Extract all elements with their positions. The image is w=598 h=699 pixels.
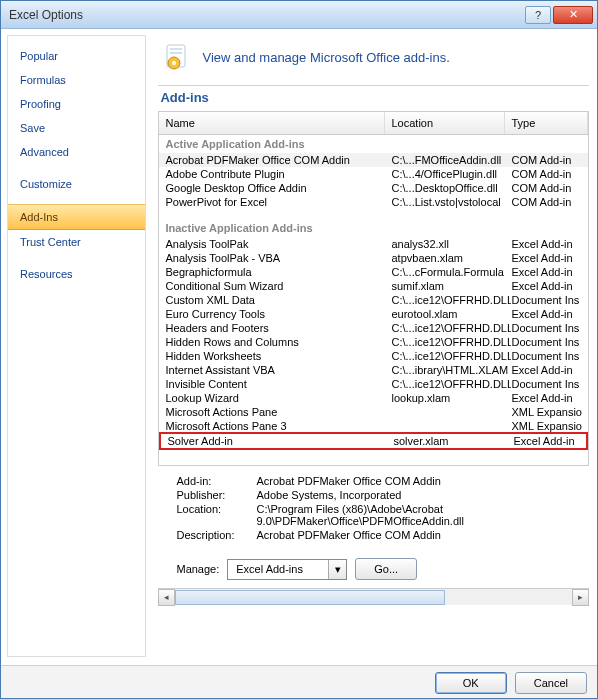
- cell-type: COM Add-in: [511, 154, 582, 166]
- table-row[interactable]: Microsoft Actions Pane 3XML Expansio: [159, 419, 588, 433]
- manage-select[interactable]: Excel Add-ins ▾: [227, 559, 347, 580]
- cell-type: Excel Add-in: [511, 266, 582, 278]
- cell-name: Invisible Content: [165, 378, 391, 390]
- cell-type: Excel Add-in: [511, 238, 582, 250]
- cell-location: C:\...ice12\OFFRHD.DLL: [391, 336, 511, 348]
- cell-type: COM Add-in: [511, 168, 582, 180]
- cell-type: Excel Add-in: [511, 252, 582, 264]
- cell-location: analys32.xll: [391, 238, 511, 250]
- table-row[interactable]: Acrobat PDFMaker Office COM AddinC:\...F…: [159, 153, 588, 167]
- cell-type: Document Ins: [511, 378, 582, 390]
- sidebar-item-formulas[interactable]: Formulas: [8, 68, 145, 92]
- table-header: Name Location Type: [159, 112, 588, 135]
- svg-point-4: [172, 61, 176, 65]
- cell-name: Acrobat PDFMaker Office COM Addin: [165, 154, 391, 166]
- table-row[interactable]: Hidden Rows and ColumnsC:\...ice12\OFFRH…: [159, 335, 588, 349]
- cell-location: C:\...FMOfficeAddin.dll: [391, 154, 511, 166]
- table-row[interactable]: Analysis ToolPak - VBAatpvbaen.xlamExcel…: [159, 251, 588, 265]
- section-title: Add-ins: [158, 85, 589, 111]
- detail-value: C:\Program Files (x86)\Adobe\Acrobat 9.0…: [256, 503, 583, 527]
- cell-location: lookup.xlam: [391, 392, 511, 404]
- detail-row: Add-in:Acrobat PDFMaker Office COM Addin: [176, 474, 583, 488]
- cell-name: Custom XML Data: [165, 294, 391, 306]
- cell-location: C:\...ice12\OFFRHD.DLL: [391, 294, 511, 306]
- cell-type: Document Ins: [511, 336, 582, 348]
- detail-value: Adobe Systems, Incorporated: [256, 489, 583, 501]
- table-row[interactable]: Headers and FootersC:\...ice12\OFFRHD.DL…: [159, 321, 588, 335]
- chevron-down-icon: ▾: [328, 560, 346, 579]
- sidebar: PopularFormulasProofingSaveAdvancedCusto…: [7, 35, 146, 657]
- table-row[interactable]: Invisible ContentC:\...ice12\OFFRHD.DLLD…: [159, 377, 588, 391]
- table-row[interactable]: PowerPivot for ExcelC:\...List.vsto|vsto…: [159, 195, 588, 209]
- sidebar-item-popular[interactable]: Popular: [8, 44, 145, 68]
- cancel-button[interactable]: Cancel: [515, 672, 587, 694]
- table-row[interactable]: Microsoft Actions PaneXML Expansio: [159, 405, 588, 419]
- banner: View and manage Microsoft Office add-ins…: [158, 39, 589, 85]
- detail-value: Acrobat PDFMaker Office COM Addin: [256, 475, 583, 487]
- cell-location: C:\...ice12\OFFRHD.DLL: [391, 350, 511, 362]
- table-row[interactable]: Adobe Contribute PluginC:\...4/OfficePlu…: [159, 167, 588, 181]
- col-header-location[interactable]: Location: [385, 112, 505, 134]
- cell-location: C:\...ibrary\HTML.XLAM: [391, 364, 511, 376]
- cell-name: Hidden Worksheets: [165, 350, 391, 362]
- cell-name: Conditional Sum Wizard: [165, 280, 391, 292]
- cell-location: eurotool.xlam: [391, 308, 511, 320]
- horizontal-scrollbar[interactable]: ◂ ▸: [158, 588, 589, 605]
- cell-type: Document Ins: [511, 294, 582, 306]
- scroll-thumb[interactable]: [175, 590, 445, 605]
- close-button[interactable]: ✕: [553, 6, 593, 24]
- addins-icon: [164, 43, 192, 71]
- sidebar-item-save[interactable]: Save: [8, 116, 145, 140]
- detail-row: Publisher:Adobe Systems, Incorporated: [176, 488, 583, 502]
- table-row[interactable]: Custom XML DataC:\...ice12\OFFRHD.DLLDoc…: [159, 293, 588, 307]
- cell-location: solver.xlam: [393, 435, 513, 447]
- cell-location: [391, 406, 511, 418]
- sidebar-item-proofing[interactable]: Proofing: [8, 92, 145, 116]
- cell-name: Analysis ToolPak - VBA: [165, 252, 391, 264]
- cell-location: [391, 420, 511, 432]
- table-row[interactable]: Google Desktop Office AddinC:\...Desktop…: [159, 181, 588, 195]
- manage-label: Manage:: [176, 563, 219, 575]
- sidebar-item-add-ins[interactable]: Add-Ins: [8, 204, 145, 230]
- table-body[interactable]: Active Application Add-insAcrobat PDFMak…: [159, 135, 588, 465]
- go-button[interactable]: Go...: [355, 558, 417, 580]
- cell-type: Document Ins: [511, 322, 582, 334]
- detail-row: Description:Acrobat PDFMaker Office COM …: [176, 528, 583, 542]
- cell-name: Begraphicformula: [165, 266, 391, 278]
- table-row[interactable]: Solver Add-insolver.xlamExcel Add-in: [159, 432, 588, 450]
- scroll-right-icon[interactable]: ▸: [572, 589, 589, 606]
- svg-rect-2: [170, 52, 182, 54]
- cell-type: Excel Add-in: [511, 308, 582, 320]
- addin-details: Add-in:Acrobat PDFMaker Office COM Addin…: [158, 466, 589, 542]
- cell-name: PowerPivot for Excel: [165, 196, 391, 208]
- ok-button[interactable]: OK: [435, 672, 507, 694]
- sidebar-item-resources[interactable]: Resources: [8, 262, 145, 286]
- table-row[interactable]: Internet Assistant VBAC:\...ibrary\HTML.…: [159, 363, 588, 377]
- col-header-name[interactable]: Name: [159, 112, 385, 134]
- table-row[interactable]: BegraphicformulaC:\...cFormula.FormulaEx…: [159, 265, 588, 279]
- cell-location: sumif.xlam: [391, 280, 511, 292]
- detail-label: Description:: [176, 529, 256, 541]
- table-row[interactable]: Hidden WorksheetsC:\...ice12\OFFRHD.DLLD…: [159, 349, 588, 363]
- group-header: Inactive Application Add-ins: [159, 219, 588, 237]
- cell-name: Microsoft Actions Pane: [165, 406, 391, 418]
- cell-name: Analysis ToolPak: [165, 238, 391, 250]
- cell-type: Document Ins: [511, 350, 582, 362]
- table-row[interactable]: Analysis ToolPakanalys32.xllExcel Add-in: [159, 237, 588, 251]
- cell-type: XML Expansio: [511, 406, 582, 418]
- scroll-left-icon[interactable]: ◂: [158, 589, 175, 606]
- table-row[interactable]: Lookup Wizardlookup.xlamExcel Add-in: [159, 391, 588, 405]
- table-row[interactable]: Conditional Sum Wizardsumif.xlamExcel Ad…: [159, 279, 588, 293]
- addins-table: Name Location Type Active Application Ad…: [158, 111, 589, 466]
- group-header: Active Application Add-ins: [159, 135, 588, 153]
- cell-location: C:\...List.vsto|vstolocal: [391, 196, 511, 208]
- table-row[interactable]: Euro Currency Toolseurotool.xlamExcel Ad…: [159, 307, 588, 321]
- sidebar-item-customize[interactable]: Customize: [8, 172, 145, 196]
- detail-row: Location:C:\Program Files (x86)\Adobe\Ac…: [176, 502, 583, 528]
- help-button[interactable]: ?: [525, 6, 551, 24]
- col-header-type[interactable]: Type: [505, 112, 588, 134]
- sidebar-item-advanced[interactable]: Advanced: [8, 140, 145, 164]
- sidebar-item-trust-center[interactable]: Trust Center: [8, 230, 145, 254]
- scroll-track[interactable]: [175, 589, 572, 606]
- cell-type: Excel Add-in: [511, 364, 582, 376]
